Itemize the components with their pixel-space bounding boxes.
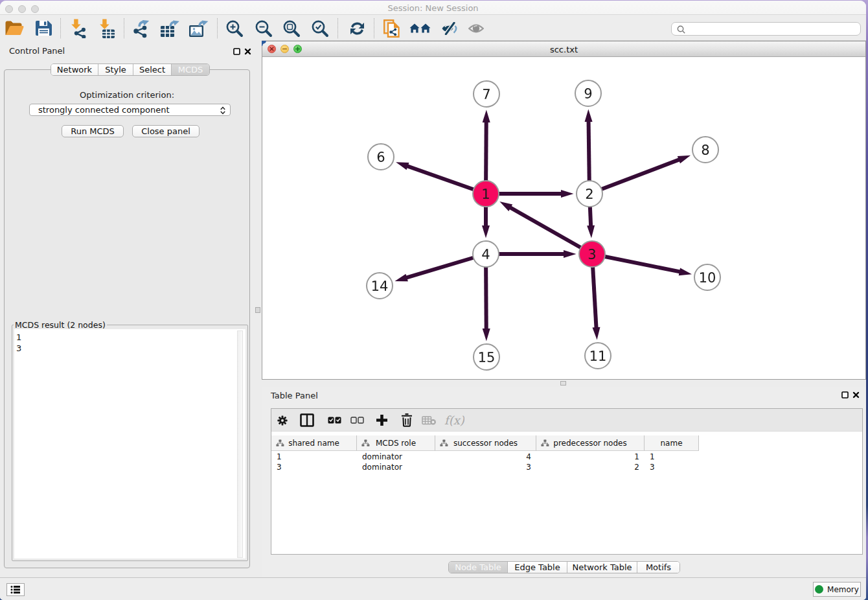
toolbar-separator: [337, 18, 338, 38]
table-cell: 3: [271, 462, 357, 472]
graph-edge-2-8[interactable]: [589, 159, 680, 194]
graph-node-15[interactable]: [474, 344, 499, 370]
table-cell: 1: [536, 452, 645, 462]
task-history-button[interactable]: [6, 583, 25, 596]
toolbar-separator: [60, 18, 61, 38]
table-cell: 2: [536, 462, 645, 472]
save-session-icon[interactable]: [34, 16, 53, 41]
graph-arrowhead: [396, 162, 409, 170]
graph-node-4[interactable]: [473, 241, 499, 267]
zoom-selected-icon[interactable]: [311, 16, 329, 41]
show-graphics-icon[interactable]: [468, 16, 484, 41]
table-tab-edge-table[interactable]: Edge Table: [508, 562, 567, 573]
add-icon[interactable]: [374, 409, 389, 432]
float-panel-icon[interactable]: [233, 48, 240, 55]
home-icon[interactable]: [409, 16, 431, 41]
graph-node-9[interactable]: [575, 80, 601, 106]
graph-arrowhead: [592, 327, 600, 340]
table-cell: 1: [645, 452, 699, 462]
graph-arrowhead: [678, 156, 691, 164]
task-list-icon: [10, 585, 21, 594]
table-cell: dominator: [357, 452, 435, 462]
graph-node-10[interactable]: [694, 264, 720, 290]
import-table-icon[interactable]: [98, 16, 117, 41]
table-panel-title: Table Panel: [271, 391, 318, 400]
memory-button-label: Memory: [827, 585, 859, 594]
tab-network[interactable]: Network: [51, 64, 98, 75]
export-image-icon[interactable]: [188, 16, 209, 41]
toolbar-separator: [217, 18, 218, 38]
export-network-icon[interactable]: [131, 16, 151, 41]
column-header-name[interactable]: name: [645, 435, 699, 451]
show-columns-icon[interactable]: [299, 409, 315, 432]
column-label: predecessor nodes: [553, 439, 626, 448]
horizontal-splitter-grip[interactable]: [560, 381, 566, 386]
close-panel-icon[interactable]: [244, 48, 251, 55]
column-header-MCDS-role[interactable]: MCDS role: [357, 435, 435, 451]
hide-graphics-icon[interactable]: [442, 16, 459, 41]
result-scrollbar[interactable]: [237, 330, 243, 558]
table-tab-node-table[interactable]: Node Table: [449, 562, 508, 573]
table-settings-icon[interactable]: [277, 409, 288, 432]
search-input[interactable]: [687, 24, 856, 36]
network-from-clipboard-icon[interactable]: [383, 16, 401, 41]
delete-icon[interactable]: [400, 409, 414, 432]
column-label: successor nodes: [453, 439, 518, 448]
graph-arrowhead: [483, 329, 490, 341]
table-cell: 3: [435, 462, 536, 472]
refresh-icon[interactable]: [348, 16, 367, 41]
close-panel-button[interactable]: Close panel: [132, 125, 200, 137]
optimization-criterion-dropdown[interactable]: strongly connected component: [29, 104, 231, 116]
graph-node-14[interactable]: [367, 273, 393, 299]
column-header-successor-nodes[interactable]: successor nodes: [435, 435, 536, 451]
search-field[interactable]: [671, 22, 861, 36]
graph-node-11[interactable]: [585, 343, 611, 369]
graph-arrowhead: [587, 225, 595, 238]
column-header-predecessor-nodes[interactable]: predecessor nodes: [536, 435, 645, 451]
close-table-panel-icon[interactable]: [852, 391, 860, 398]
graph-arrowhead: [585, 109, 593, 122]
open-file-icon[interactable]: [5, 16, 25, 41]
zoom-out-icon[interactable]: [255, 16, 273, 41]
splitter-grip[interactable]: [255, 307, 260, 313]
select-all-icon[interactable]: [327, 409, 341, 432]
import-network-icon[interactable]: [69, 16, 87, 41]
main-toolbar: [0, 16, 866, 41]
status-bar: Memory: [0, 577, 866, 600]
column-label: name: [660, 439, 682, 448]
run-mcds-button[interactable]: Run MCDS: [62, 125, 124, 137]
column-header-shared-name[interactable]: shared name: [271, 435, 357, 451]
network-graph[interactable]: [262, 58, 865, 379]
table-row[interactable]: 1dominator411: [271, 452, 699, 462]
graph-edge-3-1[interactable]: [510, 207, 592, 254]
table-tab-network-table[interactable]: Network Table: [567, 562, 637, 573]
graph-arrowhead: [394, 274, 407, 281]
window-title: Session: New Session: [0, 3, 866, 13]
zoom-in-icon[interactable]: [225, 16, 244, 41]
table-cell: 4: [435, 452, 536, 462]
table-panel: Table Panel f(x): [262, 387, 866, 577]
export-table-icon[interactable]: [159, 16, 180, 41]
dropdown-arrows-icon: [220, 106, 226, 115]
table-row[interactable]: 3dominator323: [271, 462, 699, 472]
tab-style[interactable]: Style: [98, 64, 133, 75]
graph-node-6[interactable]: [368, 144, 394, 170]
tab-select[interactable]: Select: [133, 64, 172, 75]
zoom-fit-icon[interactable]: [282, 16, 301, 41]
table-toolbar: f(x): [271, 409, 862, 432]
mcds-result-list[interactable]: 13: [14, 329, 246, 559]
mcds-result-node: 3: [14, 343, 246, 354]
control-panel: Control Panel Optimization criterion: st…: [0, 40, 254, 577]
deselect-all-icon[interactable]: [350, 409, 364, 432]
vertical-splitter[interactable]: [254, 40, 262, 577]
function-builder-icon: f(x): [444, 409, 464, 432]
table-cell: 3: [645, 462, 699, 472]
optimization-criterion-label: Optimization criterion:: [5, 90, 249, 100]
float-table-panel-icon[interactable]: [841, 391, 849, 398]
table-tab-motifs[interactable]: Motifs: [637, 562, 680, 573]
memory-button[interactable]: Memory: [813, 582, 861, 597]
graph-node-7[interactable]: [474, 81, 499, 107]
graph-node-2[interactable]: [577, 181, 602, 207]
network-canvas[interactable]: [262, 58, 865, 379]
tab-mcds[interactable]: MCDS: [172, 64, 209, 75]
